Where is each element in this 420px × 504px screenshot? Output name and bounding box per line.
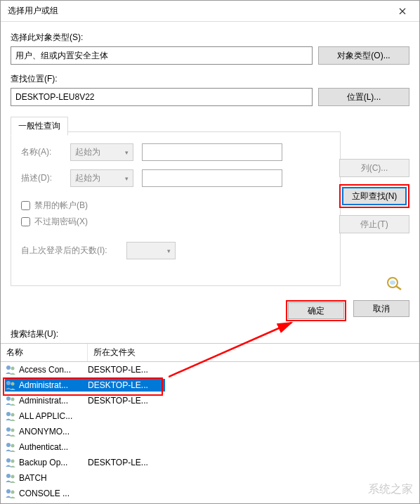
- table-row[interactable]: Authenticat...: [1, 439, 419, 455]
- ok-button[interactable]: 确定: [288, 302, 344, 319]
- name-input[interactable]: [142, 143, 282, 161]
- svg-point-17: [6, 474, 11, 478]
- chevron-down-icon: ▾: [167, 247, 171, 254]
- table-row[interactable]: ALL APPLIC...: [1, 408, 419, 424]
- svg-point-7: [6, 396, 11, 401]
- days-combo[interactable]: ▾: [126, 242, 176, 259]
- svg-point-18: [11, 475, 15, 479]
- results-label: 搜索结果(U):: [1, 328, 419, 343]
- svg-point-14: [11, 444, 15, 448]
- location-value: DESKTOP-LEU8V22: [15, 92, 95, 102]
- results-table-body[interactable]: Access Con...DESKTOP-LE...Administrat...…: [1, 362, 419, 503]
- query-panel: 一般性查询 名称(A): 起始为 ▾ 描述(D): 起始为 ▾: [11, 131, 341, 286]
- cancel-button[interactable]: 取消: [353, 300, 409, 317]
- location-label: 查找位置(F):: [11, 73, 409, 85]
- close-button[interactable]: [388, 3, 416, 20]
- search-icon: [339, 276, 409, 293]
- svg-point-12: [11, 429, 15, 432]
- table-row[interactable]: Administrat...DESKTOP-LE...: [1, 377, 419, 393]
- svg-point-4: [11, 367, 15, 370]
- days-label: 自上次登录后的天数(I):: [21, 245, 126, 257]
- table-row[interactable]: BATCH: [1, 470, 419, 486]
- location-section: 查找位置(F): DESKTOP-LEU8V22 位置(L)...: [11, 73, 409, 106]
- find-now-highlight: 立即查找(N): [339, 184, 409, 208]
- name-combo[interactable]: 起始为 ▾: [70, 143, 133, 161]
- no-expire-password-checkbox[interactable]: [21, 217, 30, 226]
- object-type-label: 选择此对象类型(S):: [11, 32, 409, 44]
- svg-point-3: [6, 366, 11, 370]
- svg-point-20: [11, 491, 15, 494]
- ok-highlight: 确定: [286, 300, 346, 321]
- svg-point-13: [6, 443, 11, 447]
- desc-label: 描述(D):: [21, 172, 70, 184]
- disabled-accounts-label: 禁用的帐户(B): [34, 200, 88, 212]
- svg-point-9: [6, 412, 11, 416]
- object-type-value: 用户、组或内置安全主体: [15, 50, 108, 62]
- svg-point-15: [6, 458, 11, 463]
- table-row[interactable]: Administrat...DESKTOP-LE...: [1, 393, 419, 408]
- results-table-header: 名称 所在文件夹: [1, 343, 419, 362]
- columns-button[interactable]: 列(C)...: [339, 159, 409, 177]
- table-row[interactable]: CREATOR ...: [1, 501, 419, 503]
- no-expire-password-label: 不过期密码(X): [34, 216, 88, 228]
- svg-point-8: [11, 398, 15, 401]
- chevron-down-icon: ▾: [125, 175, 129, 182]
- stop-button[interactable]: 停止(T): [339, 215, 409, 233]
- svg-point-1: [390, 280, 395, 285]
- table-row[interactable]: CONSOLE ...: [1, 486, 419, 501]
- svg-point-11: [6, 427, 11, 432]
- desc-input[interactable]: [142, 169, 282, 187]
- object-type-button[interactable]: 对象类型(O)...: [318, 46, 409, 65]
- tab-general-query[interactable]: 一般性查询: [11, 117, 68, 136]
- table-row[interactable]: ANONYMO...: [1, 424, 419, 439]
- svg-point-10: [11, 413, 15, 417]
- svg-point-5: [6, 381, 11, 385]
- close-icon: [399, 8, 406, 15]
- svg-point-16: [11, 460, 15, 463]
- object-type-section: 选择此对象类型(S): 用户、组或内置安全主体 对象类型(O)...: [11, 32, 409, 65]
- desc-combo[interactable]: 起始为 ▾: [70, 169, 133, 187]
- column-folder[interactable]: 所在文件夹: [88, 344, 419, 361]
- svg-point-6: [11, 382, 15, 386]
- table-row[interactable]: Access Con...DESKTOP-LE...: [1, 362, 419, 377]
- find-now-button[interactable]: 立即查找(N): [342, 187, 407, 205]
- titlebar: 选择用户或组: [1, 1, 419, 22]
- disabled-accounts-checkbox[interactable]: [21, 201, 30, 210]
- window-title: 选择用户或组: [8, 5, 58, 17]
- location-button[interactable]: 位置(L)...: [318, 88, 409, 106]
- location-box: DESKTOP-LEU8V22: [11, 88, 313, 106]
- svg-point-19: [6, 489, 11, 493]
- name-label: 名称(A):: [21, 146, 70, 158]
- chevron-down-icon: ▾: [125, 149, 129, 156]
- column-name[interactable]: 名称: [1, 344, 88, 361]
- object-type-box: 用户、组或内置安全主体: [11, 46, 313, 65]
- table-row[interactable]: Backup Op...DESKTOP-LE...: [1, 455, 419, 470]
